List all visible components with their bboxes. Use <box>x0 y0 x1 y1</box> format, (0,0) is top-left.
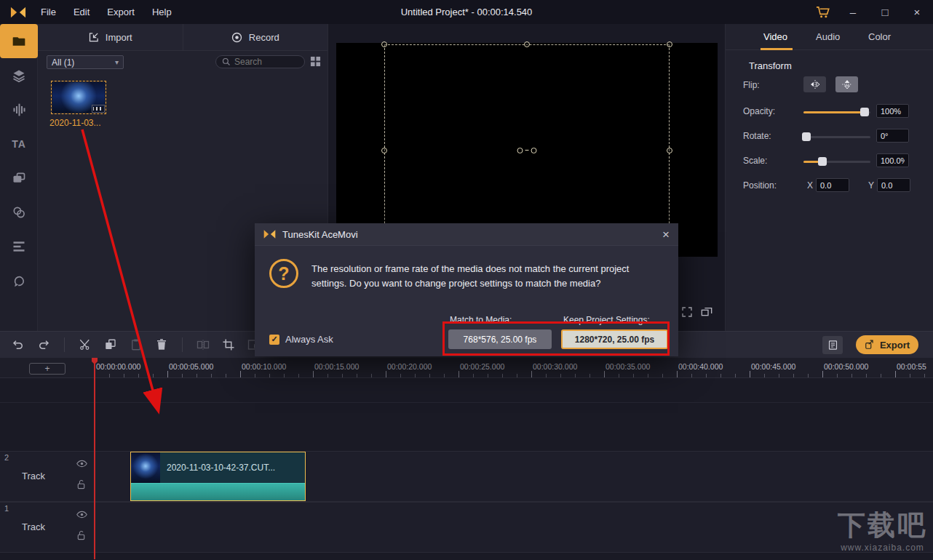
sidebar-item-filters[interactable] <box>0 195 38 229</box>
scale-slider-knob[interactable] <box>818 157 827 166</box>
media-thumbnail[interactable] <box>51 81 106 114</box>
handle-top-left[interactable] <box>381 41 387 47</box>
handle-top-center[interactable] <box>524 41 530 47</box>
tab-record-label: Record <box>249 32 279 43</box>
split-icon[interactable] <box>196 338 210 351</box>
track-number: 1 <box>4 504 9 513</box>
sidebar-item-text[interactable]: TA <box>0 127 38 161</box>
rotate-slider-knob[interactable] <box>802 132 811 141</box>
menu-help[interactable]: Help <box>152 7 172 17</box>
opacity-slider[interactable] <box>803 111 870 113</box>
ruler-timestamp: 00:00:15.000 <box>314 362 359 371</box>
export-button-label: Export <box>880 340 910 351</box>
track-row-1[interactable]: 1 Track <box>0 502 933 553</box>
waveform-icon <box>12 103 26 117</box>
dialog-message: The resolution or frame rate of the medi… <box>311 262 656 290</box>
eye-visibility-icon[interactable] <box>76 460 87 468</box>
store-cart-icon[interactable] <box>808 0 837 24</box>
media-search[interactable] <box>215 55 305 68</box>
dialog-close-icon[interactable]: × <box>662 228 670 241</box>
always-ask-checkbox[interactable]: ✓ <box>269 335 279 345</box>
annotation-highlight-rectangle <box>442 321 670 356</box>
active-tab-underline <box>761 48 793 50</box>
tab-record[interactable]: Record <box>183 24 328 50</box>
fullscreen-icon[interactable] <box>681 306 693 318</box>
tab-color[interactable]: Color <box>868 31 891 42</box>
tab-import[interactable]: Import <box>38 24 183 50</box>
timeline-clip[interactable]: 2020-11-03-10-42-37.CUT... <box>130 452 306 501</box>
compare-view-icon[interactable] <box>701 306 712 318</box>
delete-icon[interactable] <box>155 338 168 351</box>
position-y-field[interactable] <box>877 178 910 192</box>
flip-horizontal-button[interactable] <box>803 76 826 92</box>
eye-visibility-icon[interactable] <box>76 511 87 519</box>
timeline-ruler[interactable]: + 00:00:00.000 00:00:05.000 00:00:10.000… <box>0 358 933 378</box>
track-row-divider <box>0 402 933 403</box>
position-x-field[interactable] <box>816 178 849 192</box>
center-anchor-handle[interactable] <box>517 148 537 153</box>
import-icon <box>88 32 99 43</box>
media-filter-value: All (1) <box>52 57 74 68</box>
sidebar-item-split-screen[interactable] <box>0 229 38 263</box>
toolbar-divider <box>182 337 183 352</box>
crop-icon[interactable] <box>222 338 235 351</box>
record-icon <box>231 32 242 43</box>
track-label: Track <box>22 471 45 481</box>
opacity-value-field[interactable] <box>876 104 909 118</box>
minimize-button[interactable]: – <box>837 0 869 24</box>
position-label: Position: <box>743 180 777 191</box>
tab-video[interactable]: Video <box>763 31 787 42</box>
clip-audio-section <box>131 483 305 500</box>
redo-icon[interactable] <box>37 338 50 351</box>
media-library-item[interactable]: 2020-11-03... <box>49 81 118 128</box>
scale-value-field[interactable] <box>876 153 909 167</box>
rotate-row: Rotate: <box>726 129 933 146</box>
tab-import-label: Import <box>106 32 132 43</box>
undo-icon[interactable] <box>12 338 25 351</box>
paste-icon[interactable] <box>130 338 143 351</box>
scale-slider[interactable] <box>803 161 870 163</box>
sidebar-item-elements[interactable] <box>0 58 38 92</box>
layers-icon <box>12 68 26 83</box>
rotate-value-field[interactable] <box>876 129 909 143</box>
folder-icon <box>12 34 26 49</box>
sidebar-item-audio[interactable] <box>0 92 38 127</box>
ruler-timestamp: 00:00:10.000 <box>242 362 286 371</box>
tab-audio[interactable]: Audio <box>816 31 840 42</box>
handle-top-right[interactable] <box>667 41 672 47</box>
lock-icon[interactable] <box>76 530 86 540</box>
export-button[interactable]: Export <box>856 335 918 354</box>
search-input[interactable] <box>234 57 298 67</box>
always-ask-option[interactable]: ✓ Always Ask <box>269 334 333 345</box>
clip-video-section: 2020-11-03-10-42-37.CUT... <box>131 452 305 483</box>
opacity-slider-knob[interactable] <box>860 108 869 116</box>
flip-vertical-button[interactable] <box>835 76 858 92</box>
duplicate-icon[interactable] <box>104 338 117 351</box>
rotate-slider[interactable] <box>803 136 870 138</box>
close-button[interactable]: × <box>901 0 933 24</box>
menu-export[interactable]: Export <box>107 7 135 17</box>
cut-icon[interactable] <box>79 338 92 351</box>
add-track-button[interactable]: + <box>29 363 65 375</box>
sidebar-item-transitions[interactable] <box>0 161 38 195</box>
media-filter-dropdown[interactable]: All (1) ▾ <box>47 55 124 69</box>
menu-edit[interactable]: Edit <box>74 7 90 17</box>
sidebar-item-behaviors[interactable] <box>0 263 38 297</box>
watermark-url: www.xiazaiba.com <box>838 543 927 553</box>
scale-label: Scale: <box>743 156 767 166</box>
split-screen-icon <box>12 239 26 254</box>
ruler-major-ticks <box>95 371 933 377</box>
dialog-header[interactable]: TunesKit AceMovi × <box>255 223 678 246</box>
lock-icon[interactable] <box>76 479 86 489</box>
toolbar-right-group: Export <box>822 335 918 354</box>
transform-heading: Transform <box>749 60 792 71</box>
grid-view-icon[interactable] <box>310 56 321 67</box>
playhead-line[interactable] <box>94 358 95 559</box>
maximize-button[interactable]: □ <box>869 0 901 24</box>
render-log-button[interactable] <box>822 336 843 354</box>
menu-file[interactable]: File <box>41 7 56 17</box>
sidebar-item-media[interactable] <box>0 24 38 58</box>
handle-middle-right[interactable] <box>667 148 672 153</box>
sidebar: TA <box>0 24 38 331</box>
handle-middle-left[interactable] <box>381 148 387 153</box>
